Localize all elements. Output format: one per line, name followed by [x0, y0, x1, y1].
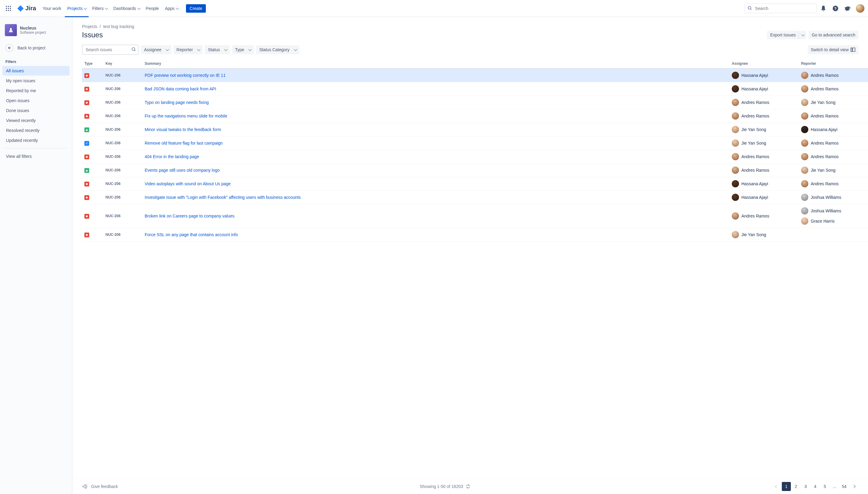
table-row[interactable]: NUC-206Typo on landing page needs fixing…	[82, 96, 868, 109]
page-4[interactable]: 4	[811, 482, 820, 491]
table-row[interactable]: NUC-206Video autoplays with sound on Abo…	[82, 177, 868, 191]
issue-summary[interactable]: 404 Error in the landing page	[145, 154, 199, 159]
reporter-cell[interactable]: Andres Ramos	[801, 85, 866, 93]
assignee-cell[interactable]: Andres Ramos	[732, 153, 796, 160]
issue-summary[interactable]: Investigate issue with "Login with Faceb…	[145, 195, 301, 200]
assignee-cell[interactable]: Jie Yan Song	[732, 126, 796, 133]
issue-summary[interactable]: Remove old feature flag for last campaig…	[145, 141, 223, 146]
nav-item-dashboards[interactable]: Dashboards	[111, 4, 142, 13]
back-to-project[interactable]: Back to project	[2, 41, 70, 55]
table-row[interactable]: NUC-206PDF preview not working correctly…	[82, 69, 868, 82]
give-feedback[interactable]: Give feedback	[82, 483, 118, 490]
app-switcher-icon[interactable]	[4, 4, 13, 13]
issue-key[interactable]: NUC-206	[103, 109, 142, 123]
assignee-cell[interactable]: Hassana Ajayi	[732, 194, 796, 201]
sidebar-filter-all-issues[interactable]: All issues	[2, 66, 70, 76]
reporter-cell[interactable]: Andres Ramos	[801, 112, 866, 119]
nav-item-projects[interactable]: Projects	[65, 4, 89, 13]
create-button[interactable]: Create	[186, 4, 206, 13]
reporter-cell[interactable]: Joshua Williams	[801, 194, 866, 201]
jira-logo[interactable]: Jira	[15, 5, 39, 12]
issue-key[interactable]: NUC-206	[103, 228, 142, 242]
table-row[interactable]: NUC-206Broken link on Careers page to co…	[82, 204, 868, 228]
issue-summary[interactable]: Events page still uses old company logo	[145, 168, 220, 173]
reporter-cell[interactable]: Andres Ramos	[801, 180, 866, 187]
issue-key[interactable]: NUC-206	[103, 204, 142, 228]
assignee-cell[interactable]: Hassana Ajayi	[732, 180, 796, 187]
issue-summary[interactable]: Force SSL on any page that contains acco…	[145, 232, 238, 237]
reporter-cell[interactable]: Andres Ramos	[801, 139, 866, 147]
help-icon[interactable]: ?	[831, 4, 840, 13]
issue-summary[interactable]: Video autoplays with sound on About Us p…	[145, 181, 230, 186]
assignee-cell[interactable]: Andres Ramos	[732, 212, 796, 220]
sidebar-filter-viewed-recently[interactable]: Viewed recently	[2, 116, 70, 125]
issue-summary[interactable]: PDF preview not working correctly on IE …	[145, 73, 225, 78]
table-row[interactable]: NUC-206Minor visual tweaks to the feedba…	[82, 123, 868, 136]
col-key[interactable]: Key	[103, 59, 142, 69]
reporter-cell[interactable]: Andres Ramos	[801, 153, 866, 160]
assignee-cell[interactable]: Jie Yan Song	[732, 231, 796, 238]
issue-key[interactable]: NUC-206	[103, 82, 142, 96]
reporter-cell[interactable]: Andres Ramos	[801, 72, 866, 79]
page-54[interactable]: 54	[840, 482, 849, 491]
page-prev[interactable]	[772, 482, 781, 491]
table-row[interactable]: NUC-206Events page still uses old compan…	[82, 164, 868, 177]
sidebar-filter-open-issues[interactable]: Open issues	[2, 96, 70, 106]
col-assignee[interactable]: Assignee	[730, 59, 799, 69]
assignee-cell[interactable]: Hassana Ajayi	[732, 72, 796, 79]
nav-item-filters[interactable]: Filters	[90, 4, 110, 13]
reporter-cell[interactable]: Grace Harris	[801, 217, 866, 225]
settings-icon[interactable]	[843, 4, 852, 13]
col-type[interactable]: Type	[82, 59, 103, 69]
table-row[interactable]: NUC-206FIx up the navigations menu slide…	[82, 109, 868, 123]
page-next[interactable]	[849, 482, 858, 491]
issue-key[interactable]: NUC-206	[103, 164, 142, 177]
issue-key[interactable]: NUC-206	[103, 69, 142, 82]
table-row[interactable]: NUC-206404 Error in the landing pageAndr…	[82, 150, 868, 164]
filter-assignee[interactable]: Assignee	[141, 45, 171, 54]
nav-item-apps[interactable]: Apps	[163, 4, 181, 13]
filter-status-category[interactable]: Status Category	[256, 45, 299, 54]
issue-search-input[interactable]	[82, 44, 138, 55]
sidebar-filter-updated-recently[interactable]: Updated recently	[2, 136, 70, 145]
issue-key[interactable]: NUC-206	[103, 96, 142, 109]
page-5[interactable]: 5	[820, 482, 829, 491]
issue-key[interactable]: NUC-206	[103, 177, 142, 191]
assignee-cell[interactable]: Andres Ramos	[732, 112, 796, 119]
col-summary[interactable]: Summary	[142, 59, 730, 69]
breadcrumb-projects[interactable]: Projects	[82, 24, 97, 29]
sidebar-filter-done-issues[interactable]: Done issues	[2, 106, 70, 115]
col-reporter[interactable]: Reporter	[799, 59, 868, 69]
issue-summary[interactable]: FIx up the navigations menu slide for mo…	[145, 114, 227, 118]
filter-type[interactable]: Type	[232, 45, 254, 54]
issue-search[interactable]	[82, 44, 138, 55]
table-row[interactable]: NUC-206Force SSL on any page that contai…	[82, 228, 868, 242]
filter-reporter[interactable]: Reporter	[173, 45, 203, 54]
issue-key[interactable]: NUC-206	[103, 123, 142, 136]
page-3[interactable]: 3	[801, 482, 810, 491]
assignee-cell[interactable]: Andres Ramos	[732, 167, 796, 174]
advanced-search-button[interactable]: Go to advanced search	[809, 31, 858, 39]
sidebar-filter-resolved-recently[interactable]: Resolved recently	[2, 126, 70, 135]
nav-item-people[interactable]: People	[144, 4, 162, 13]
issue-summary[interactable]: Minor visual tweaks to the feedback form	[145, 127, 221, 132]
view-all-filters[interactable]: View all filters	[2, 152, 70, 161]
page-2[interactable]: 2	[791, 482, 800, 491]
table-row[interactable]: NUC-206Bad JSON data coming back from AP…	[82, 82, 868, 96]
issue-summary[interactable]: Typo on landing page needs fixing	[145, 100, 209, 105]
filter-status[interactable]: Status	[205, 45, 230, 54]
breadcrumb-project-name[interactable]: test bug tracking	[103, 24, 134, 29]
issue-key[interactable]: NUC-206	[103, 191, 142, 204]
refresh-icon[interactable]	[466, 484, 470, 489]
sidebar-filter-reported-by-me[interactable]: Reported by me	[2, 86, 70, 95]
assignee-cell[interactable]: Andres Ramos	[732, 99, 796, 106]
issue-summary[interactable]: Bad JSON data coming back from API	[145, 87, 216, 91]
global-search[interactable]	[744, 4, 817, 13]
issue-key[interactable]: NUC-206	[103, 136, 142, 150]
issue-key[interactable]: NUC-206	[103, 150, 142, 164]
table-row[interactable]: NUC-206Remove old feature flag for last …	[82, 136, 868, 150]
export-issues-button[interactable]: Export Issues	[767, 31, 799, 39]
export-issues-dropdown[interactable]	[799, 31, 806, 39]
reporter-cell[interactable]: Hassana Ajayi	[801, 126, 866, 133]
reporter-cell[interactable]: Jie Yan Song	[801, 99, 866, 106]
